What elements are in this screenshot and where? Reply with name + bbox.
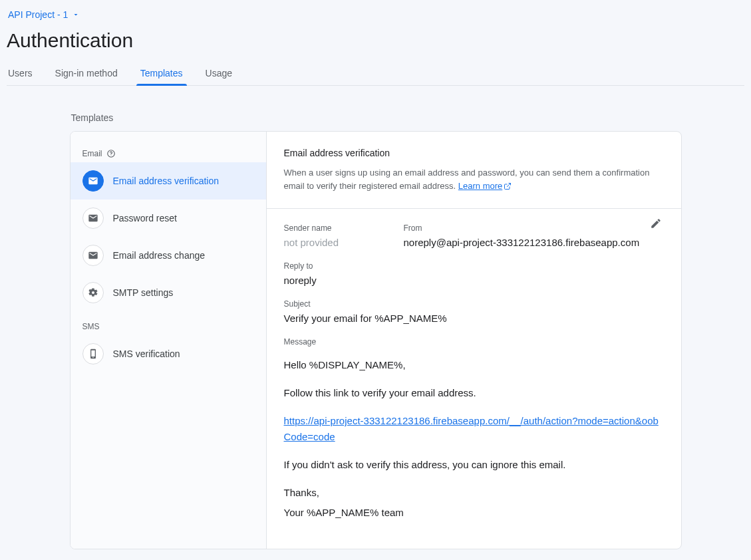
message-body: Hello %DISPLAY_NAME%, Follow this link t…	[284, 357, 664, 521]
external-link-icon	[504, 182, 512, 190]
learn-more-link[interactable]: Learn more	[458, 181, 512, 191]
reply-to-value: noreply	[284, 275, 664, 286]
sidebar-item-email-verification[interactable]: Email address verification	[71, 162, 266, 200]
field-reply-to: Reply to noreply	[284, 261, 664, 286]
field-message: Message Hello %DISPLAY_NAME%, Follow thi…	[284, 337, 664, 521]
chevron-down-icon	[72, 11, 80, 19]
detail-description: When a user signs up using an email addr…	[284, 166, 664, 192]
project-selector[interactable]: API Project - 1	[7, 7, 81, 23]
edit-button[interactable]	[644, 211, 668, 235]
phone-icon	[82, 343, 104, 364]
sidebar-item-label: SMTP settings	[113, 287, 174, 298]
help-icon[interactable]	[106, 149, 116, 158]
pencil-icon	[650, 217, 662, 229]
from-value: noreply@api-project-333122123186.firebas…	[404, 237, 640, 248]
mail-icon	[82, 208, 104, 229]
group-label-sms: SMS	[71, 318, 266, 335]
sidebar-item-sms-verification[interactable]: SMS verification	[71, 335, 266, 372]
field-from: From noreply@api-project-333122123186.fi…	[404, 223, 640, 248]
sidebar-item-label: SMS verification	[113, 349, 180, 359]
sidebar-item-label: Email address verification	[113, 176, 220, 186]
sidebar-item-email-change[interactable]: Email address change	[71, 237, 266, 274]
sidebar-item-password-reset[interactable]: Password reset	[71, 200, 266, 237]
mail-icon	[82, 170, 104, 192]
sidebar-item-label: Password reset	[113, 213, 177, 223]
section-title: Templates	[71, 112, 682, 123]
templates-sidebar: Email Email address verification Passwor…	[71, 132, 267, 549]
detail-title: Email address verification	[284, 148, 664, 158]
action-link[interactable]: https://api-project-333122123186.firebas…	[284, 415, 659, 442]
project-name: API Project - 1	[8, 9, 68, 20]
sidebar-item-label: Email address change	[113, 250, 206, 261]
field-sender-name: Sender name not provided	[284, 223, 377, 248]
svg-point-1	[110, 155, 111, 156]
tab-users[interactable]: Users	[7, 61, 34, 85]
tab-signin-method[interactable]: Sign-in method	[54, 61, 119, 85]
sidebar-item-smtp-settings[interactable]: SMTP settings	[71, 274, 266, 311]
mail-icon	[82, 245, 104, 266]
tab-usage[interactable]: Usage	[204, 61, 233, 85]
tabs: Users Sign-in method Templates Usage	[7, 61, 744, 86]
group-label-email: Email	[71, 145, 266, 162]
template-detail: Email address verification When a user s…	[267, 132, 681, 549]
gear-icon	[82, 282, 104, 303]
sender-name-value: not provided	[284, 237, 377, 248]
tab-templates[interactable]: Templates	[139, 61, 184, 85]
field-subject: Subject Verify your email for %APP_NAME%	[284, 299, 664, 324]
subject-value: Verify your email for %APP_NAME%	[284, 313, 664, 324]
templates-card: Email Email address verification Passwor…	[70, 131, 682, 549]
page-title: Authentication	[7, 29, 744, 52]
